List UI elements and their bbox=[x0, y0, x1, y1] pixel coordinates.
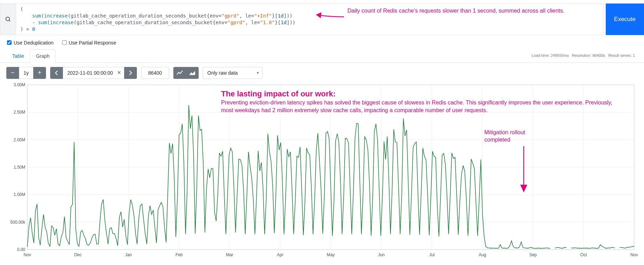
svg-text:May: May bbox=[327, 252, 335, 257]
svg-text:Dec: Dec bbox=[74, 252, 81, 257]
tab-table[interactable]: Table bbox=[6, 49, 30, 63]
svg-text:Nov: Nov bbox=[24, 252, 31, 257]
svg-text:500.00k: 500.00k bbox=[10, 219, 26, 224]
search-icon bbox=[0, 4, 16, 35]
date-input[interactable]: 2022-11-01 00:00:00 × bbox=[63, 67, 124, 79]
query-stats: Load time: 249555ms Resolution: 86400s R… bbox=[532, 49, 638, 62]
svg-text:Jun: Jun bbox=[378, 252, 385, 257]
date-prev-button[interactable] bbox=[50, 67, 63, 79]
svg-text:2.00M: 2.00M bbox=[14, 137, 25, 142]
tab-graph[interactable]: Graph bbox=[30, 49, 55, 63]
arrow-icon bbox=[316, 10, 347, 24]
date-control: 2022-11-01 00:00:00 × bbox=[50, 67, 137, 79]
range-value: 1y bbox=[19, 67, 33, 79]
range-minus-button[interactable]: − bbox=[6, 67, 19, 79]
date-next-button[interactable] bbox=[124, 67, 137, 79]
range-control: − 1y + bbox=[6, 67, 46, 79]
svg-text:Apr: Apr bbox=[277, 252, 284, 257]
svg-marker-44 bbox=[520, 185, 527, 192]
step-input[interactable]: 86400 bbox=[141, 67, 169, 79]
svg-text:Jul: Jul bbox=[429, 252, 434, 257]
svg-text:Oct: Oct bbox=[580, 252, 587, 257]
svg-text:Nov: Nov bbox=[630, 252, 638, 257]
svg-text:Aug: Aug bbox=[479, 252, 486, 257]
svg-text:2.50M: 2.50M bbox=[14, 110, 25, 115]
svg-text:Feb: Feb bbox=[175, 252, 183, 257]
line-chart-icon[interactable] bbox=[173, 67, 186, 79]
svg-text:1.00M: 1.00M bbox=[14, 192, 25, 197]
svg-line-1 bbox=[9, 20, 10, 21]
use-dedup-checkbox[interactable]: Use Deduplication bbox=[7, 40, 54, 46]
query-input[interactable]: ( sum(increase(gitlab_cache_operation_du… bbox=[16, 4, 604, 35]
area-chart-icon[interactable] bbox=[186, 67, 199, 79]
svg-text:Sep: Sep bbox=[529, 252, 537, 257]
chart-mode-control bbox=[173, 67, 199, 79]
svg-text:Jan: Jan bbox=[125, 252, 132, 257]
svg-text:0.00: 0.00 bbox=[17, 247, 26, 252]
svg-text:Mar: Mar bbox=[226, 252, 233, 257]
close-icon[interactable]: × bbox=[117, 69, 121, 76]
use-partial-checkbox[interactable]: Use Partial Response bbox=[62, 40, 116, 46]
svg-marker-45 bbox=[316, 12, 321, 18]
svg-text:1.50M: 1.50M bbox=[14, 165, 25, 170]
svg-text:3.00M: 3.00M bbox=[14, 83, 25, 87]
range-plus-button[interactable]: + bbox=[33, 67, 46, 79]
execute-button[interactable]: Execute bbox=[606, 4, 644, 35]
chart[interactable]: 0.00500.00k1.00M1.50M2.00M2.50M3.00MNovD… bbox=[6, 83, 638, 258]
data-mode-select[interactable]: Only raw data bbox=[203, 67, 263, 79]
svg-point-0 bbox=[6, 17, 10, 21]
